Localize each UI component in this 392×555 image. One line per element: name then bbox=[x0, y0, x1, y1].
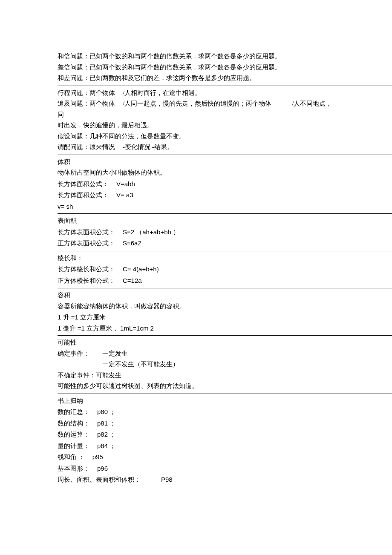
page-ref: p96 bbox=[97, 465, 108, 472]
line-chabei: 差倍问题：已知两个数的和与两个数的倍数关系，求两个数各是多少的应用题。 bbox=[58, 62, 334, 73]
line-queding2: 一定不发生（不可能发生） bbox=[58, 359, 334, 370]
label: 长方体表面积公式： bbox=[58, 229, 115, 236]
line-rongji-def: 容器所能容纳物体的体积，叫做容器的容积。 bbox=[58, 301, 334, 312]
row-tuxing: 基本图形：p96 bbox=[58, 463, 334, 474]
line-jiashe: 假设问题：几种不同的分法，但是数量不变。 bbox=[58, 131, 334, 142]
section-tiji: 体积 物体所占空间的大小叫做物体的体积。 长方体面积公式：V=abh 长方体面积… bbox=[0, 157, 392, 212]
line-ml: 1 毫升 =1 立方厘米， 1mL=1cm 2 bbox=[58, 323, 334, 334]
divider bbox=[58, 155, 392, 155]
line-queding1: 确定事件：一定发生 bbox=[58, 348, 334, 359]
divider bbox=[58, 86, 392, 86]
formula: V= a3 bbox=[116, 191, 133, 198]
row-yunsuan: 数的运算：p82 ； bbox=[58, 429, 334, 440]
row-xianjiao: 线和角 ：p95 bbox=[58, 451, 334, 463]
line-buqueding: 不确定事件：可能发生 bbox=[58, 370, 334, 381]
page-ref: p95 bbox=[92, 453, 103, 460]
text: 一定不发生（不可能发生） bbox=[102, 361, 179, 368]
line-liter: 1 升 =1 立方厘米 bbox=[58, 312, 334, 323]
label: 正方体表面积公式： bbox=[58, 240, 115, 247]
label: 周长、面积、表面积和体积： bbox=[58, 476, 141, 483]
line-zhuiji: 追及问题：两个物体/人同一起点，慢的先走，然后快的追慢的；两个物体/人不同地点，… bbox=[58, 98, 334, 120]
formula-cuboid-c: 长方体棱长和公式：C= 4(a+b+h) bbox=[58, 264, 334, 275]
row-huizong: 数的汇总：p80 ； bbox=[58, 406, 334, 418]
label: 数的结构： bbox=[58, 420, 89, 427]
section-lengchanghe: 棱长和： 长方体棱长和公式：C= 4(a+b+h) 正方体棱长和公式：C=12a bbox=[0, 253, 392, 287]
line-zhuiji-cont: 时出发，快的追慢的，最后相遇。 bbox=[58, 120, 334, 131]
heading-biaomianji: 表面积 bbox=[58, 216, 334, 227]
formula: S=2 （ah+ab+bh ） bbox=[123, 228, 179, 236]
formula: S=6a2 bbox=[123, 239, 141, 247]
line-tiaopei: 调配问题：原来情况-变化情况 -结果。 bbox=[58, 142, 334, 153]
section-kenengxing: 可能性 确定事件：一定发生 一定不发生（不可能发生） 不确定事件：可能发生 可能… bbox=[0, 337, 392, 392]
text: /人相对而行，在途中相遇。 bbox=[123, 89, 201, 96]
formula-cube-c: 正方体棱长和公式：C=12a bbox=[58, 275, 334, 287]
formula: V=abh bbox=[116, 180, 135, 187]
divider bbox=[58, 288, 392, 288]
text: 追及问题：两个物体 bbox=[58, 100, 115, 107]
section-biaomianji: 表面积 长方体表面积公式：S=2 （ah+ab+bh ） 正方体表面积公式：S=… bbox=[0, 216, 392, 249]
formula-cuboid-v1: 长方体面积公式：V=abh bbox=[58, 178, 334, 190]
page-ref: p84 ； bbox=[97, 442, 116, 449]
label: 长方体棱长和公式： bbox=[58, 266, 115, 273]
line-kenengxing-method: 可能性的多少可以通过树状图、列表的方法知道。 bbox=[58, 381, 334, 392]
text: 一定发生 bbox=[102, 350, 128, 357]
section-xingcheng: 行程问题：两个物体/人相对而行，在途中相遇。 追及问题：两个物体/人同一起点，慢… bbox=[0, 88, 392, 153]
text: 行程问题：两个物体 bbox=[58, 89, 115, 96]
formula: C= 4(a+b+h) bbox=[123, 265, 159, 273]
heading-rongji: 容积 bbox=[58, 290, 334, 301]
formula-cuboid-s: 长方体表面积公式：S=2 （ah+ab+bh ） bbox=[58, 227, 334, 238]
label: 数的汇总： bbox=[58, 408, 89, 415]
label: 确定事件： bbox=[58, 350, 89, 357]
row-zhouchang: 周长、面积、表面积和体积：P98 bbox=[58, 474, 334, 486]
text: -变化情况 -结果。 bbox=[123, 144, 173, 150]
label: 数的运算： bbox=[58, 431, 89, 438]
heading-tiji: 体积 bbox=[58, 157, 334, 168]
divider bbox=[58, 251, 392, 251]
text: /人同一起点，慢的先走，然后快的追慢的；两个物体 bbox=[123, 100, 271, 107]
label: 正方体棱长和公式： bbox=[58, 277, 115, 284]
page-ref: P98 bbox=[161, 476, 173, 483]
label: 长方体面积公式： bbox=[58, 192, 109, 198]
page-ref: p81 ； bbox=[97, 420, 116, 427]
formula: C=12a bbox=[123, 277, 142, 284]
line-hecha: 和差问题：已知两数的和及它们的差，求这两个数各是多少的应用题。 bbox=[58, 73, 334, 84]
text: 调配问题：原来情况 bbox=[58, 144, 115, 150]
line-tiji-def: 物体所占空间的大小叫做物体的体积。 bbox=[58, 167, 334, 178]
page-ref: p82 ； bbox=[97, 431, 116, 438]
section-shushangguina: 书上归纳 数的汇总：p80 ； 数的结构：p81 ； 数的运算：p82 ； 量的… bbox=[0, 396, 392, 486]
page-ref: p80 ； bbox=[97, 408, 116, 415]
heading-kenengxing: 可能性 bbox=[58, 337, 334, 348]
row-jiegou: 数的结构：p81 ； bbox=[58, 418, 334, 429]
section-sum-multiple: 和倍问题：已知两个数的和与两个数的倍数关系，求两个数各是多少的应用题。 差倍问题… bbox=[0, 51, 392, 84]
section-rongji: 容积 容器所能容纳物体的体积，叫做容器的容积。 1 升 =1 立方厘米 1 毫升… bbox=[0, 290, 392, 334]
label: 量的计量： bbox=[58, 443, 89, 449]
line-hebei: 和倍问题：已知两个数的和与两个数的倍数关系，求两个数各是多少的应用题。 bbox=[58, 51, 334, 62]
divider bbox=[58, 394, 392, 394]
divider bbox=[58, 335, 392, 336]
label: 基本图形： bbox=[58, 465, 89, 472]
label: 线和角 ： bbox=[58, 454, 85, 460]
label: 长方体面积公式： bbox=[58, 181, 109, 187]
line-xingcheng: 行程问题：两个物体/人相对而行，在途中相遇。 bbox=[58, 88, 334, 99]
heading-lengchanghe: 棱长和： bbox=[58, 253, 334, 264]
divider bbox=[58, 213, 392, 214]
formula-vsh: v= sh bbox=[58, 201, 334, 212]
row-jiliang: 量的计量：p84 ； bbox=[58, 440, 334, 452]
formula-cuboid-v2: 长方体面积公式：V= a3 bbox=[58, 190, 334, 201]
formula-cube-s: 正方体表面积公式：S=6a2 bbox=[58, 238, 334, 249]
heading-guina: 书上归纳 bbox=[58, 396, 334, 407]
